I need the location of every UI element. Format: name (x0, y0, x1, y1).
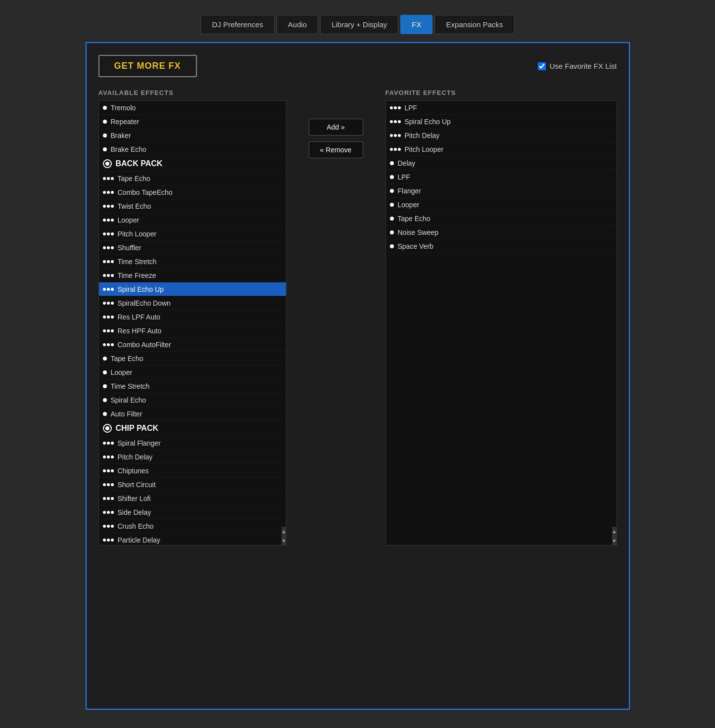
nav-tab-audio[interactable]: Audio (277, 15, 318, 34)
single-dot-icon (390, 217, 394, 221)
available-effect-item[interactable]: Brake Echo (99, 142, 286, 156)
available-effect-item[interactable]: Tremolo (99, 101, 286, 115)
scroll-down-arrow[interactable]: ▼ (612, 536, 617, 546)
use-favorite-checkbox[interactable] (538, 62, 546, 70)
favorite-effect-item[interactable]: Delay (386, 156, 617, 170)
favorite-effect-item[interactable]: Flanger (386, 184, 617, 198)
effect-name: Res HPF Auto (118, 327, 162, 335)
single-dot-icon (103, 398, 107, 402)
effect-name: Tape Echo (111, 355, 143, 363)
available-effect-item[interactable]: Time Stretch (99, 379, 286, 393)
get-more-fx-button[interactable]: GET MORE FX (98, 55, 197, 77)
single-dot-icon (103, 370, 107, 374)
favorite-effects-inner: LPFSpiral Echo UpPitch DelayPitch Looper… (386, 101, 617, 253)
effect-name: Delay (398, 159, 416, 167)
favorite-effects-list[interactable]: LPFSpiral Echo UpPitch DelayPitch Looper… (385, 100, 617, 546)
remove-button[interactable]: « Remove (309, 141, 363, 158)
available-effect-item[interactable]: Combo AutoFilter (99, 338, 286, 352)
available-effects-wrapper: TremoloRepeaterBrakerBrake EchoBACK PACK… (98, 100, 286, 546)
triple-dot-icon (103, 219, 114, 222)
available-effect-item[interactable]: Auto Filter (99, 407, 286, 421)
available-effect-item[interactable]: Res HPF Auto (99, 324, 286, 338)
effect-name: Pitch Looper (405, 145, 444, 153)
triple-dot-icon (103, 177, 114, 180)
triple-dot-icon (103, 539, 114, 542)
favorite-effect-item[interactable]: Tape Echo (386, 212, 617, 226)
available-effect-item[interactable]: Crush Echo (99, 519, 286, 533)
triple-dot-icon (390, 120, 401, 123)
available-effect-item[interactable]: Looper (99, 365, 286, 379)
favorite-effect-item[interactable]: Space Verb (386, 239, 617, 253)
effect-name: Auto Filter (111, 410, 143, 418)
available-effect-item[interactable]: Looper (99, 213, 286, 227)
available-effect-item[interactable]: Res LPF Auto (99, 310, 286, 324)
favorite-effects-wrapper: LPFSpiral Echo UpPitch DelayPitch Looper… (385, 100, 617, 546)
available-effects-list[interactable]: TremoloRepeaterBrakerBrake EchoBACK PACK… (98, 100, 286, 546)
single-dot-icon (103, 120, 107, 124)
favorite-effect-item[interactable]: Spiral Echo Up (386, 115, 617, 129)
scroll-down-arrow[interactable]: ▼ (282, 536, 286, 546)
favorite-effect-item[interactable]: Pitch Delay (386, 129, 617, 142)
effect-name: Time Freeze (118, 272, 156, 279)
available-effect-item[interactable]: Twist Echo (99, 199, 286, 213)
triple-dot-icon (103, 232, 114, 235)
effect-name: Looper (111, 368, 133, 376)
available-effect-item[interactable]: Shuffler (99, 241, 286, 255)
favorite-effect-item[interactable]: Pitch Looper (386, 142, 617, 156)
available-effect-item[interactable]: Pitch Looper (99, 227, 286, 241)
effect-name: Twist Echo (118, 202, 151, 210)
scroll-up-arrow[interactable]: ▲ (612, 527, 617, 536)
available-effect-item[interactable]: Side Delay (99, 505, 286, 519)
effect-name: Spiral Echo Up (118, 285, 164, 293)
favorite-effect-item[interactable]: LPF (386, 170, 617, 184)
favorite-effect-item[interactable]: Looper (386, 198, 617, 212)
available-effect-item[interactable]: Chiptunes (99, 464, 286, 478)
available-effect-item[interactable]: Spiral Echo Up (99, 282, 286, 296)
scroll-arrows: ▲▼ (282, 527, 286, 546)
favorite-effect-item[interactable]: LPF (386, 101, 617, 115)
available-effect-item[interactable]: Braker (99, 129, 286, 142)
add-button[interactable]: Add » (309, 119, 363, 136)
available-effect-item[interactable]: SpiralEcho Down (99, 296, 286, 310)
nav-tab-expansion-packs[interactable]: Expansion Packs (434, 15, 514, 34)
effect-name: LPF (405, 104, 418, 112)
triple-dot-icon (103, 274, 114, 277)
available-effect-item[interactable]: Repeater (99, 115, 286, 129)
available-effect-item[interactable]: Particle Delay (99, 533, 286, 546)
effect-name: Time Stretch (118, 258, 157, 266)
effect-name: Pitch Looper (118, 230, 157, 238)
available-effect-item[interactable]: Combo TapeEcho (99, 185, 286, 199)
effect-name: SpiralEcho Down (118, 299, 171, 307)
available-effect-item[interactable]: CHIP PACK (99, 421, 286, 436)
available-effect-item[interactable]: Shifter Lofi (99, 492, 286, 505)
effect-name: Repeater (111, 118, 140, 126)
favorite-effect-item[interactable]: Noise Sweep (386, 226, 617, 239)
scroll-up-arrow[interactable]: ▲ (282, 527, 286, 536)
single-dot-icon (390, 203, 394, 207)
effect-name: Looper (398, 201, 420, 209)
single-dot-icon (103, 412, 107, 416)
triple-dot-icon (103, 302, 114, 305)
pack-icon (103, 159, 112, 168)
nav-tab-dj-preferences[interactable]: DJ Preferences (200, 15, 274, 34)
available-effect-item[interactable]: Pitch Delay (99, 450, 286, 464)
available-effect-item[interactable]: Tape Echo (99, 172, 286, 185)
scroll-arrows: ▲▼ (612, 527, 617, 546)
single-dot-icon (390, 161, 394, 165)
effect-name: Tremolo (111, 104, 136, 112)
nav-tab-library-display[interactable]: Library + Display (320, 15, 398, 34)
available-effect-item[interactable]: Spiral Echo (99, 393, 286, 407)
effect-name: Time Stretch (111, 382, 150, 390)
available-effect-item[interactable]: Tape Echo (99, 352, 286, 365)
available-effect-item[interactable]: Spiral Flanger (99, 436, 286, 450)
nav-tab-fx[interactable]: FX (400, 15, 432, 34)
available-effect-item[interactable]: BACK PACK (99, 156, 286, 172)
single-dot-icon (390, 230, 394, 234)
available-effect-item[interactable]: Short Circuit (99, 478, 286, 492)
triple-dot-icon (103, 469, 114, 472)
available-effect-item[interactable]: Time Stretch (99, 255, 286, 269)
single-dot-icon (390, 175, 394, 179)
single-dot-icon (103, 147, 107, 151)
top-row: GET MORE FX Use Favorite FX List (98, 55, 617, 77)
available-effect-item[interactable]: Time Freeze (99, 269, 286, 282)
